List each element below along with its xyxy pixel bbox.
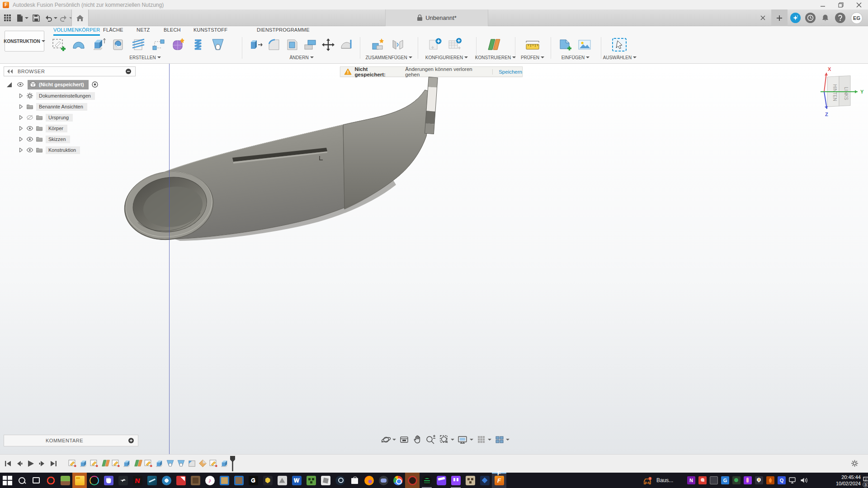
timeline-feature-plane[interactable] xyxy=(133,459,142,468)
driver-alert-car-icon[interactable] xyxy=(643,477,653,485)
look-at-icon[interactable] xyxy=(399,435,409,445)
viewport-3d[interactable]: BROWSER (Nicht gespeichert) Dokumenteins… xyxy=(0,64,868,454)
expand-icon[interactable] xyxy=(17,92,24,99)
file-menu-button[interactable] xyxy=(16,9,28,26)
create-form-icon[interactable] xyxy=(170,37,186,53)
fillet-icon[interactable] xyxy=(266,37,282,53)
measure-icon[interactable] xyxy=(524,37,541,53)
minimize-button[interactable] xyxy=(814,0,832,9)
taskbar-filmora-icon[interactable] xyxy=(434,473,448,488)
taskbar-voicemod-icon[interactable] xyxy=(87,473,101,488)
combine-icon[interactable] xyxy=(302,37,318,53)
browser-header[interactable]: BROWSER xyxy=(4,66,136,76)
collapse-panel-icon[interactable] xyxy=(7,69,13,74)
timeline-settings-gear-icon[interactable] xyxy=(851,460,859,467)
timeline-feature-sketch[interactable] xyxy=(111,459,121,468)
expand-icon[interactable] xyxy=(17,103,24,110)
taskbar-chrome-icon[interactable] xyxy=(391,473,405,488)
taskbar-app-hint[interactable]: Baus... xyxy=(656,477,673,483)
viewports-icon[interactable] xyxy=(495,435,509,445)
model-body[interactable] xyxy=(0,64,868,454)
tab-volumenkoerper[interactable]: VOLUMENKÖRPER xyxy=(53,27,100,36)
new-tab-button[interactable] xyxy=(771,9,788,26)
canvas-image-icon[interactable] xyxy=(576,37,593,53)
tab-netz[interactable]: NETZ xyxy=(137,27,150,36)
taskbar-steam-icon[interactable] xyxy=(333,473,347,488)
timeline-feature-extrude[interactable] xyxy=(122,459,132,468)
taskbar-game-crest-icon[interactable] xyxy=(260,473,275,488)
comments-bar[interactable]: KOMMENTARE xyxy=(4,435,138,446)
expand-comments-icon[interactable] xyxy=(128,437,134,444)
construction-line[interactable] xyxy=(169,64,170,454)
taskbar-logitech-icon[interactable] xyxy=(246,473,260,488)
tray-shield-warning-icon[interactable] xyxy=(755,476,763,484)
taskbar-itunes-icon[interactable] xyxy=(203,473,217,488)
tray-g-app-icon[interactable] xyxy=(721,476,729,484)
pan-icon[interactable] xyxy=(412,435,422,445)
assistant-icon[interactable] xyxy=(790,13,801,23)
document-tab[interactable]: Unbenannt* xyxy=(385,9,488,26)
taskbar-war-thunder-icon[interactable] xyxy=(116,473,130,488)
visibility-eye-icon[interactable] xyxy=(26,146,33,154)
skip-end-icon[interactable] xyxy=(49,459,58,468)
root-document-chip[interactable]: (Nicht gespeichert) xyxy=(28,80,89,89)
taskbar-start-button[interactable] xyxy=(0,473,14,488)
timeline-feature-sketch[interactable] xyxy=(68,459,77,468)
timeline-feature-sketch[interactable] xyxy=(144,459,153,468)
collapse-browser-icon[interactable] xyxy=(125,68,132,75)
timeline-feature-extrude[interactable] xyxy=(79,459,88,468)
tray-onenote-icon[interactable] xyxy=(687,476,695,484)
tray-green-app-icon[interactable] xyxy=(732,476,741,484)
taskbar-task-view-icon[interactable] xyxy=(29,473,43,488)
taskbar-microsoft-store-icon[interactable] xyxy=(347,473,362,488)
fit-icon[interactable] xyxy=(439,435,454,445)
insert-derive-icon[interactable] xyxy=(557,37,573,53)
taskbar-fusion-360-icon[interactable] xyxy=(492,473,506,488)
browser-root-row[interactable]: (Nicht gespeichert) xyxy=(6,80,99,89)
coil-icon[interactable] xyxy=(190,37,206,53)
taskbar-twitch-icon[interactable] xyxy=(448,473,463,488)
zoom-icon[interactable] xyxy=(425,435,436,445)
configure-icon[interactable] xyxy=(427,37,443,53)
browser-row-skizzen[interactable]: Skizzen xyxy=(17,135,70,144)
select-tool-icon[interactable] xyxy=(611,37,627,53)
timeline-marker[interactable] xyxy=(230,456,236,471)
step-back-icon[interactable] xyxy=(15,459,24,468)
browser-row-koerper[interactable]: Körper xyxy=(17,124,67,133)
pipe-icon[interactable] xyxy=(210,37,226,53)
group-label-auswaehlen[interactable]: AUSWÄHLEN xyxy=(588,55,651,60)
visibility-eye-icon[interactable] xyxy=(26,136,33,143)
taskbar-game-brown-icon[interactable] xyxy=(188,473,203,488)
close-window-button[interactable] xyxy=(850,0,868,9)
configuration-table-icon[interactable] xyxy=(447,37,463,53)
model-tab[interactable] xyxy=(425,77,438,134)
orbit-icon[interactable] xyxy=(381,435,396,445)
row-label-chip[interactable]: Körper xyxy=(46,125,67,132)
taskbar-minecraft-icon[interactable] xyxy=(58,473,72,488)
expand-root-icon[interactable] xyxy=(6,82,12,88)
tray-network-icon[interactable] xyxy=(789,477,797,484)
visibility-eye-icon[interactable] xyxy=(26,125,33,132)
taskbar-obs-icon[interactable] xyxy=(405,473,420,488)
group-label-zusammenfuegen[interactable]: ZUSAMMENFÜGEN xyxy=(357,55,420,60)
taskbar-game-icon[interactable] xyxy=(145,473,159,488)
taskbar-bluestacks-icon[interactable] xyxy=(477,473,492,488)
timeline-feature-hole[interactable] xyxy=(165,459,175,468)
tray-window-app-icon[interactable] xyxy=(710,476,718,484)
expand-icon[interactable] xyxy=(17,125,24,132)
taskbar-discord-icon[interactable] xyxy=(376,473,391,488)
group-label-aendern[interactable]: ÄNDERN xyxy=(270,55,333,60)
timeline-feature-combine[interactable] xyxy=(198,459,208,468)
create-sketch-icon[interactable] xyxy=(51,37,67,53)
redo-button[interactable] xyxy=(60,9,73,26)
taskbar-firefox-icon[interactable] xyxy=(362,473,376,488)
view-cube[interactable]: HINTEN LINKS X Y Z xyxy=(802,66,868,122)
tab-flaeche[interactable]: FLÄCHE xyxy=(103,27,123,36)
taskbar-netflix-icon[interactable] xyxy=(130,473,145,488)
skip-start-icon[interactable] xyxy=(4,459,13,468)
taskbar-file-explorer-icon[interactable] xyxy=(72,473,87,488)
undo-caret[interactable] xyxy=(54,17,57,21)
press-pull-icon[interactable] xyxy=(248,37,264,53)
timeline-feature-extrude[interactable] xyxy=(155,459,164,468)
expand-icon[interactable] xyxy=(17,114,24,121)
